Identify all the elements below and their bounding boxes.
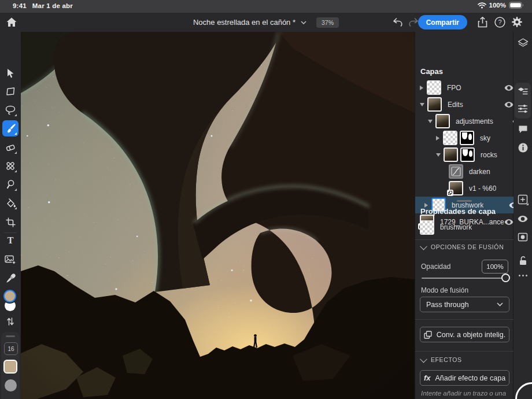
undo-button[interactable] <box>391 15 405 29</box>
canvas[interactable] <box>21 32 415 399</box>
chevron-down-icon <box>301 21 306 24</box>
panel-icon-rail <box>513 32 532 399</box>
dodge-burn-tool[interactable] <box>2 176 19 193</box>
document-title: Noche estrellada en el cañón * <box>193 18 295 27</box>
eraser-tool[interactable] <box>2 139 19 156</box>
dodge-icon <box>6 179 16 190</box>
brush-color-swatch[interactable] <box>3 360 17 374</box>
transform-tool[interactable] <box>2 83 19 99</box>
effects-section-header[interactable]: EFECTOS <box>421 356 462 363</box>
convert-to-smart-object-button[interactable]: Conv. a objeto intelig. <box>420 327 509 342</box>
crop-icon <box>6 217 16 227</box>
gear-icon <box>511 16 523 28</box>
layers-panel-button[interactable] <box>515 36 530 51</box>
place-image-icon <box>5 254 16 265</box>
expander-icon[interactable] <box>428 120 433 123</box>
paint-bucket-icon <box>5 198 16 208</box>
layer-properties-icon <box>518 87 528 97</box>
tool-rail: T 16 <box>0 32 21 399</box>
adjustments-panel-button[interactable] <box>515 101 530 116</box>
swap-colors-button[interactable] <box>2 313 19 330</box>
subtool-indicator <box>14 207 17 209</box>
visibility-toggle[interactable] <box>504 84 514 92</box>
blend-options-section-header[interactable]: OPCIONES DE FUSIÓN <box>421 243 504 250</box>
expander-icon[interactable] <box>436 136 439 141</box>
comments-button[interactable] <box>515 121 530 136</box>
layer-row-edits[interactable]: Edits <box>415 96 519 113</box>
header-toolbar: Noche estrellada en el cañón * 37% Compa… <box>0 13 532 32</box>
export-button[interactable] <box>475 15 489 29</box>
settings-button[interactable] <box>510 15 524 29</box>
opacity-slider[interactable] <box>422 274 507 283</box>
battery-icon <box>509 2 524 9</box>
place-image-tool[interactable] <box>2 252 19 268</box>
layers-properties-panel: Capas FPO Edits adjustments sky <box>415 32 513 399</box>
chevron-down-icon <box>420 242 427 250</box>
opacity-value-field[interactable]: 100% <box>482 260 508 274</box>
layer-row-adjustments[interactable]: adjustments <box>415 113 527 130</box>
fill-tool[interactable] <box>2 195 19 211</box>
smart-object-thumbnail <box>449 181 463 195</box>
layer-mask-thumbnail <box>460 131 474 145</box>
drag-handle[interactable] <box>6 335 15 337</box>
slider-knob[interactable] <box>501 274 510 282</box>
brush-size-field[interactable]: 16 <box>4 342 18 355</box>
crop-tool[interactable] <box>2 214 19 230</box>
add-layer-button[interactable] <box>515 192 530 207</box>
selected-layer-summary: brushwork <box>415 218 519 237</box>
more-panel-options-button[interactable] <box>513 275 532 276</box>
brush-tool[interactable] <box>2 120 19 136</box>
battery-percent: 100% <box>489 2 506 9</box>
layer-visibility-button[interactable] <box>515 211 530 226</box>
share-button[interactable]: Compartir <box>418 15 467 29</box>
lock-layer-button[interactable] <box>515 253 530 268</box>
type-tool[interactable]: T <box>2 232 19 249</box>
expander-icon[interactable] <box>420 86 423 90</box>
layer-properties-panel-button[interactable] <box>515 84 530 99</box>
foreground-color-well[interactable] <box>3 290 16 302</box>
panel-divider <box>415 351 514 352</box>
subtool-indicator <box>14 170 17 172</box>
canvas-photo-rocks <box>21 32 415 399</box>
panel-resize-handle[interactable] <box>457 200 472 202</box>
clock: 9:41 <box>13 2 27 9</box>
expander-icon[interactable] <box>420 103 424 106</box>
brush-opacity-control[interactable] <box>5 379 17 391</box>
chevron-down-icon <box>497 302 503 306</box>
panel-divider <box>415 239 514 240</box>
lasso-select-tool[interactable] <box>2 102 19 118</box>
undo-icon <box>393 18 403 27</box>
expander-icon[interactable] <box>436 153 441 157</box>
eraser-icon <box>5 143 16 152</box>
blend-mode-select[interactable]: Pass through <box>420 297 509 312</box>
subtool-indicator <box>14 152 17 154</box>
sliders-icon <box>518 104 528 113</box>
wifi-icon <box>478 2 486 9</box>
layers-icon <box>518 38 529 49</box>
layer-row-fpo[interactable]: FPO <box>415 79 519 96</box>
smart-object-badge <box>447 190 453 196</box>
adjustment-layer-thumbnail <box>449 164 463 179</box>
visibility-toggle[interactable] <box>504 101 514 109</box>
eyedropper-icon <box>6 274 16 283</box>
move-tool[interactable] <box>2 65 19 81</box>
healing-brush-tool[interactable] <box>2 158 19 174</box>
export-share-icon <box>478 17 487 28</box>
subtool-indicator <box>526 203 529 205</box>
eyedropper-tool[interactable] <box>2 270 19 286</box>
layer-mask-button[interactable] <box>515 230 530 245</box>
layer-thumbnail <box>427 80 441 95</box>
zoom-level-badge[interactable]: 37% <box>316 17 339 28</box>
info-button[interactable] <box>515 140 530 155</box>
status-right: 100% <box>478 2 524 9</box>
add-layer-effect-button[interactable]: fx Añadir efecto de capa <box>420 370 509 386</box>
smart-object-icon <box>424 331 432 339</box>
subtool-indicator <box>14 132 17 135</box>
layer-thumbnail <box>435 114 450 128</box>
panel-divider <box>415 319 514 320</box>
selected-layer-thumbnail <box>420 220 434 235</box>
help-icon: ? <box>494 17 505 28</box>
layer-thumbnail <box>444 147 458 162</box>
help-button[interactable]: ? <box>493 15 507 29</box>
opacity-label: Opacidad <box>421 263 450 271</box>
